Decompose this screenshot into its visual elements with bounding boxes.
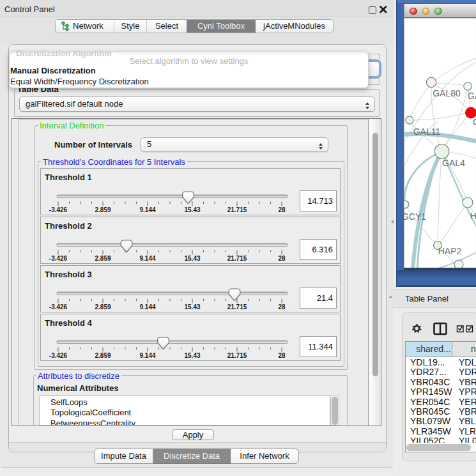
- svg-text:GAL80: GAL80: [433, 88, 461, 98]
- svg-text:9.144: 9.144: [139, 303, 155, 311]
- svg-text:15.43: 15.43: [184, 352, 200, 359]
- svg-text:CY: CY: [473, 117, 476, 127]
- svg-text:15.43: 15.43: [184, 255, 200, 262]
- svg-text:-3.426: -3.426: [49, 303, 68, 311]
- svg-text:21.715: 21.715: [227, 255, 247, 262]
- svg-text:HAP2: HAP2: [438, 246, 462, 256]
- svg-text:28: 28: [278, 303, 286, 311]
- svg-text:2.859: 2.859: [95, 352, 111, 359]
- svg-text:21.715: 21.715: [227, 303, 247, 311]
- svg-text:GAL7: GAL7: [468, 91, 476, 101]
- svg-text:-3.426: -3.426: [49, 206, 68, 213]
- svg-text:15.43: 15.43: [184, 303, 200, 311]
- svg-text:21.715: 21.715: [227, 206, 247, 213]
- svg-text:28: 28: [278, 255, 286, 262]
- svg-text:9.144: 9.144: [139, 255, 155, 262]
- svg-text:2.859: 2.859: [95, 206, 111, 213]
- svg-text:GAL4: GAL4: [442, 158, 465, 168]
- svg-text:GCY1: GCY1: [404, 211, 426, 222]
- svg-text:GAL11: GAL11: [413, 127, 441, 137]
- svg-text:2.859: 2.859: [95, 255, 111, 262]
- svg-text:9.144: 9.144: [139, 352, 155, 359]
- svg-text:15.43: 15.43: [184, 206, 200, 213]
- svg-text:28: 28: [278, 352, 286, 359]
- svg-text:-3.426: -3.426: [49, 255, 68, 262]
- svg-text:28: 28: [278, 206, 286, 213]
- svg-text:H: H: [470, 211, 476, 221]
- svg-text:21.715: 21.715: [227, 352, 247, 359]
- svg-text:2.859: 2.859: [95, 303, 111, 311]
- svg-text:-3.426: -3.426: [49, 352, 68, 359]
- svg-text:9.144: 9.144: [139, 206, 155, 213]
